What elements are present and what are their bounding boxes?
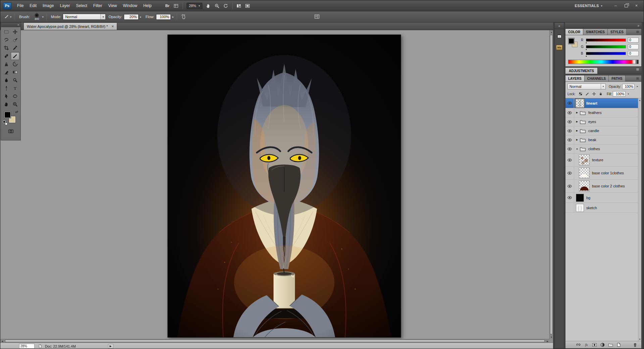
canvas[interactable] <box>167 35 401 338</box>
visibility-toggle[interactable] <box>565 154 574 166</box>
toggle-brush-panel-button[interactable] <box>314 14 320 20</box>
layer-row-candle[interactable]: ▶candle <box>565 126 638 135</box>
swap-colors-icon[interactable]: ⇄ <box>15 110 18 114</box>
horizontal-scroll-thumb[interactable] <box>5 340 545 342</box>
hand-tool-button[interactable] <box>204 2 212 9</box>
tool-preset-picker[interactable]: ▾ <box>3 13 13 20</box>
tool-move[interactable] <box>11 28 19 36</box>
canvas-area[interactable]: ▲ ▼ ◀ ▶ <box>0 30 553 343</box>
value-input-B[interactable]: 0 <box>628 51 639 56</box>
expand-group-icon[interactable]: ▶ <box>575 120 579 123</box>
zoom-tool-button[interactable] <box>213 2 221 9</box>
delete-layer-button[interactable] <box>632 342 638 348</box>
expand-group-icon[interactable]: ▶ <box>575 138 579 141</box>
visibility-toggle[interactable] <box>565 167 574 179</box>
airbrush-toggle-button[interactable] <box>181 14 187 20</box>
layer-row-texture[interactable]: texture <box>565 154 638 167</box>
flow-slider-arrow[interactable]: ▸ <box>171 14 175 20</box>
new-adjustment-layer-button[interactable] <box>600 342 605 348</box>
color-tab-swatches[interactable]: SWATCHES <box>583 29 608 35</box>
vertical-scrollbar[interactable]: ▲ ▼ <box>549 30 553 339</box>
layer-row-base-color-2-clothes[interactable]: base color 2 clothes <box>565 180 638 193</box>
layer-thumbnail[interactable] <box>579 181 590 191</box>
add-layer-mask-button[interactable] <box>592 342 597 348</box>
tool-path-selection[interactable] <box>2 92 11 100</box>
launch-bridge-button[interactable]: Br <box>163 2 171 9</box>
layer-thumbnail[interactable] <box>579 155 590 165</box>
default-colors-icon[interactable] <box>3 121 7 125</box>
tool-eyedropper[interactable] <box>11 44 19 52</box>
slider-thumb[interactable]: ▲ <box>585 48 587 50</box>
lock-position-button[interactable] <box>591 91 597 97</box>
blend-mode-select[interactable]: Normal ▾ <box>63 14 106 20</box>
menu-file[interactable]: File <box>14 0 27 11</box>
menu-edit[interactable]: Edit <box>27 0 40 11</box>
layer-fill-input[interactable]: 100% <box>613 91 626 97</box>
layer-name[interactable]: base color 1clothes <box>592 171 624 175</box>
quick-mask-button[interactable] <box>7 128 15 134</box>
expand-dock-button[interactable]: « <box>555 23 564 29</box>
tool-dodge[interactable] <box>11 76 19 84</box>
opacity-slider-arrow[interactable]: ▸ <box>636 84 639 89</box>
layer-row-bg[interactable]: bg <box>565 193 638 203</box>
slider-thumb[interactable]: ▲ <box>585 55 587 57</box>
tool-lasso[interactable] <box>2 36 11 44</box>
menu-window[interactable]: Window <box>120 0 140 11</box>
layer-row-beak[interactable]: ▶beak <box>565 135 638 144</box>
tool-brush[interactable] <box>11 52 19 60</box>
view-extras-button[interactable] <box>172 2 180 9</box>
expand-group-icon[interactable]: ▶ <box>575 129 579 132</box>
lock-pixels-button[interactable] <box>585 91 590 97</box>
menu-image[interactable]: Image <box>40 0 57 11</box>
layers-tab-channels[interactable]: CHANNELS <box>585 75 609 81</box>
value-input-G[interactable]: 0 <box>628 44 639 49</box>
tool-eraser[interactable] <box>2 68 11 76</box>
tool-hand[interactable] <box>2 100 11 108</box>
layer-name[interactable]: feathers <box>588 111 602 115</box>
arrange-documents-button[interactable] <box>235 2 243 9</box>
visibility-toggle[interactable] <box>565 180 574 192</box>
tool-blur[interactable] <box>2 76 11 84</box>
horizontal-scrollbar[interactable]: ◀ ▶ <box>0 339 549 343</box>
zoom-percentage-input[interactable]: 28% <box>19 344 35 349</box>
mini-bridge-panel-button[interactable]: Mb <box>555 43 563 51</box>
visibility-toggle[interactable] <box>565 126 574 135</box>
visibility-toggle[interactable] <box>565 193 574 202</box>
panel-menu-icon[interactable] <box>636 67 642 74</box>
scroll-up-icon[interactable]: ▲ <box>638 98 641 102</box>
tool-type[interactable]: T <box>11 84 19 92</box>
layer-name[interactable]: bg <box>586 196 590 200</box>
tool-pen[interactable] <box>2 84 11 92</box>
lock-transparency-button[interactable] <box>578 91 584 97</box>
layer-name[interactable]: beak <box>588 138 596 142</box>
opacity-slider-arrow[interactable]: ▸ <box>139 14 143 20</box>
workspace-switcher[interactable]: ESSENTIALS ▾ <box>575 4 602 8</box>
slider-R[interactable]: ▲ <box>586 39 626 42</box>
layer-blend-mode-select[interactable]: Normal ▾ <box>567 83 606 90</box>
menu-help[interactable]: Help <box>140 0 155 11</box>
scroll-up-icon[interactable]: ▲ <box>550 30 553 34</box>
layer-row-eyes[interactable]: ▶eyes <box>565 117 638 126</box>
layer-row-clothes[interactable]: ▼clothes <box>565 144 638 154</box>
slider-thumb[interactable]: ▲ <box>585 42 587 44</box>
layer-name[interactable]: sketch <box>586 206 597 210</box>
toolbox-collapse-button[interactable]: » <box>1 23 20 27</box>
close-button[interactable]: × <box>632 3 641 9</box>
tool-history-brush[interactable] <box>11 60 19 68</box>
layer-name[interactable]: eyes <box>588 120 596 124</box>
restore-button[interactable] <box>622 3 631 9</box>
flow-input[interactable]: 100% <box>156 14 171 20</box>
history-panel-button[interactable] <box>555 32 563 40</box>
layer-row-sketch[interactable]: sketch <box>565 203 638 213</box>
visibility-toggle[interactable] <box>565 135 574 144</box>
tool-zoom[interactable] <box>11 100 19 108</box>
menu-select[interactable]: Select <box>73 0 90 11</box>
layer-thumbnail[interactable] <box>576 204 584 212</box>
document-tab[interactable]: Water Apocalypse.psd @ 28% (lineart, RGB… <box>23 22 117 30</box>
layer-name[interactable]: candle <box>588 129 599 133</box>
visibility-toggle[interactable] <box>565 144 574 153</box>
tool-gradient[interactable] <box>11 68 19 76</box>
link-layers-button[interactable] <box>576 342 581 348</box>
screen-mode-button[interactable] <box>244 2 252 9</box>
layers-tab-paths[interactable]: PATHS <box>609 75 625 81</box>
